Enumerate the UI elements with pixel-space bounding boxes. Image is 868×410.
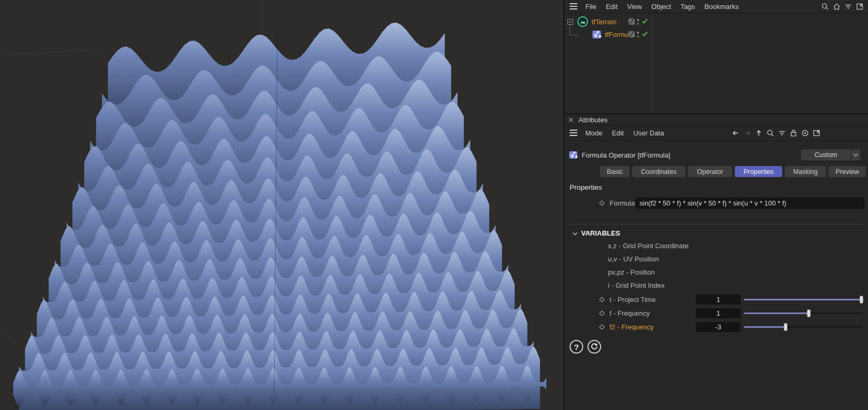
visibility-dots-icon[interactable] — [637, 19, 639, 25]
object-name[interactable]: tfTerrain — [592, 18, 616, 26]
slider-row-f2: f2 - Frequency -3 — [564, 320, 868, 334]
tab-operator[interactable]: Operator — [688, 166, 732, 177]
formula-row: Formula sin(f2 * 50 * f) * sin(v * 50 * … — [564, 197, 868, 209]
object-title: Formula Operator [tfFormula] — [582, 151, 670, 159]
forward-arrow-icon[interactable] — [743, 129, 751, 137]
tab-masking[interactable]: Masking — [785, 166, 826, 177]
slider-row-t: t - Project Time 1 — [564, 292, 868, 306]
menu-file[interactable]: File — [581, 3, 601, 11]
value-field-f[interactable]: 1 — [696, 308, 741, 318]
keyframe-diamond-icon[interactable] — [599, 297, 605, 302]
variables-title: VARIABLES — [581, 229, 620, 237]
tab-properties[interactable]: Properties — [735, 166, 782, 177]
chevron-down-icon — [573, 229, 577, 237]
value-field-t[interactable]: 1 — [696, 295, 741, 305]
home-icon[interactable] — [833, 3, 841, 11]
slider-handle[interactable] — [784, 323, 787, 331]
slider-f[interactable] — [744, 308, 863, 318]
back-arrow-icon[interactable] — [732, 129, 740, 137]
reset-button[interactable] — [587, 340, 601, 354]
object-row-tfformula[interactable]: tfFormula — [564, 28, 868, 41]
object-row-tfterrain[interactable]: tfTerrain — [564, 15, 868, 28]
tab-preview[interactable]: Preview — [829, 166, 866, 177]
enabled-check-icon[interactable] — [641, 17, 648, 26]
menu-edit[interactable]: Edit — [601, 3, 622, 11]
menu-bookmarks[interactable]: Bookmarks — [700, 3, 743, 11]
tab-basic[interactable]: Basic — [600, 166, 630, 177]
menu-mode[interactable]: Mode — [581, 129, 607, 137]
search-icon[interactable] — [821, 3, 829, 11]
formula-operator-icon — [568, 150, 578, 160]
value-field-f2[interactable]: -3 — [696, 322, 741, 332]
terrain-object-icon[interactable] — [577, 16, 588, 27]
attributes-menubar: Mode Edit User Data — [564, 125, 868, 141]
preset-dropdown-value: Custom — [801, 151, 851, 159]
footer-buttons: ? — [570, 340, 868, 354]
section-title: Properties — [564, 183, 868, 192]
layer-icon[interactable] — [628, 18, 635, 25]
attribute-tabs: Basic Coordinates Operator Properties Ma… — [564, 166, 868, 177]
filter-icon[interactable] — [844, 3, 852, 11]
slider-row-f: f - Frequency 1 — [564, 306, 868, 320]
menu-edit[interactable]: Edit — [607, 129, 628, 137]
variable-info-uv: u,v - UV Position — [608, 255, 868, 263]
panel-title: Attributes — [578, 116, 607, 124]
object-manager-menubar: File Edit View Object Tags Bookmarks — [564, 0, 868, 13]
variable-info-pxpz: px,pz - Position — [608, 268, 868, 276]
search-icon[interactable] — [766, 129, 774, 137]
attributes-titlebar: Attributes — [564, 113, 868, 125]
menu-user-data[interactable]: User Data — [628, 129, 669, 137]
keyframe-diamond-icon[interactable] — [599, 200, 605, 206]
layer-icon[interactable] — [628, 31, 635, 37]
slider-label: t - Project Time — [610, 296, 696, 304]
menu-view[interactable]: View — [622, 3, 646, 11]
new-window-icon[interactable] — [813, 129, 821, 137]
keyframe-diamond-icon[interactable] — [599, 310, 605, 316]
divider — [568, 224, 864, 224]
formula-object-icon[interactable] — [592, 30, 602, 40]
slider-handle[interactable] — [807, 309, 811, 317]
track-focus-icon[interactable] — [801, 129, 809, 137]
enabled-check-icon[interactable] — [641, 30, 648, 39]
slider-t[interactable] — [744, 295, 863, 305]
tab-coordinates[interactable]: Coordinates — [632, 166, 685, 177]
lock-icon[interactable] — [790, 129, 797, 137]
visibility-dots-icon[interactable] — [637, 32, 639, 37]
formula-label: Formula — [610, 199, 636, 207]
chevron-down-icon — [851, 150, 860, 160]
object-tree: tfTerrain tfFormula — [564, 13, 868, 113]
object-header: Formula Operator [tfFormula] Custom — [564, 148, 868, 162]
variables-header[interactable]: VARIABLES — [573, 229, 868, 237]
slider-label: f2 - Frequency — [610, 323, 696, 331]
menu-tags[interactable]: Tags — [676, 3, 700, 11]
filter-icon[interactable] — [778, 129, 786, 137]
attributes-menu-icon[interactable] — [570, 130, 577, 136]
right-panel: File Edit View Object Tags Bookmarks — [564, 0, 868, 410]
object-manager: File Edit View Object Tags Bookmarks — [564, 0, 868, 113]
formula-input[interactable]: sin(f2 * 50 * f) * sin(v * 50 * f) * sin… — [636, 198, 864, 209]
terrain-svg — [0, 0, 563, 410]
preset-dropdown[interactable]: Custom — [801, 149, 861, 161]
3d-viewport[interactable] — [0, 0, 564, 410]
slider-handle[interactable] — [860, 296, 863, 304]
close-icon[interactable] — [568, 116, 573, 124]
cinema4d-window: File Edit View Object Tags Bookmarks — [0, 0, 868, 410]
tree-connector — [570, 24, 577, 35]
variable-info-xz: x,z - Grid Point Coordinate — [608, 242, 868, 250]
help-button[interactable]: ? — [570, 340, 583, 354]
slider-f2[interactable] — [744, 322, 863, 332]
detach-panel-icon[interactable] — [856, 3, 864, 11]
slider-label: f - Frequency — [610, 309, 696, 317]
panel-menu-icon[interactable] — [570, 3, 577, 9]
variable-info-i: i - Grid Point Index — [608, 281, 868, 289]
menu-object[interactable]: Object — [646, 3, 676, 11]
keyframe-diamond-icon[interactable] — [599, 324, 605, 330]
attributes-manager: Attributes Mode Edit User Data — [564, 113, 868, 410]
up-arrow-icon[interactable] — [755, 129, 763, 137]
